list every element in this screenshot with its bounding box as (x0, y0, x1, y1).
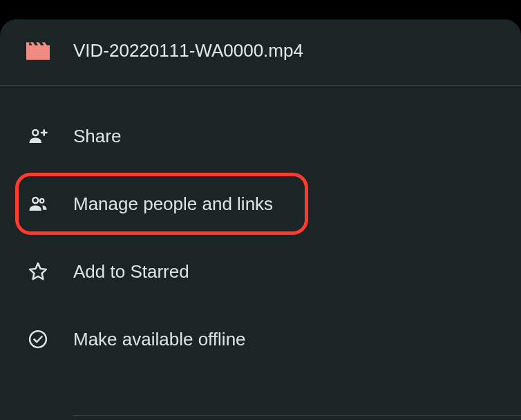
bottom-divider (73, 415, 521, 416)
people-icon (26, 193, 50, 214)
file-header: VID-20220111-WA0000.mp4 (0, 19, 521, 86)
menu-item-label: Manage people and links (73, 193, 273, 215)
bottom-sheet: VID-20220111-WA0000.mp4 Share (0, 19, 521, 420)
svg-point-3 (30, 331, 46, 347)
offline-check-icon (26, 329, 50, 350)
video-file-icon (26, 42, 50, 60)
menu-item-label: Share (73, 126, 121, 147)
menu-item-share[interactable]: Share (0, 102, 521, 170)
menu-item-label: Add to Starred (73, 261, 189, 283)
person-add-icon (26, 126, 50, 146)
file-name-label: VID-20220111-WA0000.mp4 (73, 40, 303, 61)
star-outline-icon (26, 261, 50, 282)
svg-point-2 (40, 199, 44, 203)
svg-point-1 (32, 198, 38, 203)
svg-point-0 (32, 130, 38, 135)
menu-item-label: Make available offline (73, 329, 246, 350)
menu-item-available-offline[interactable]: Make available offline (0, 305, 521, 373)
menu-item-add-starred[interactable]: Add to Starred (0, 238, 521, 305)
context-menu: Share Manage people and links Add to Sta (0, 86, 521, 373)
menu-item-manage-people-links[interactable]: Manage people and links (0, 170, 521, 238)
